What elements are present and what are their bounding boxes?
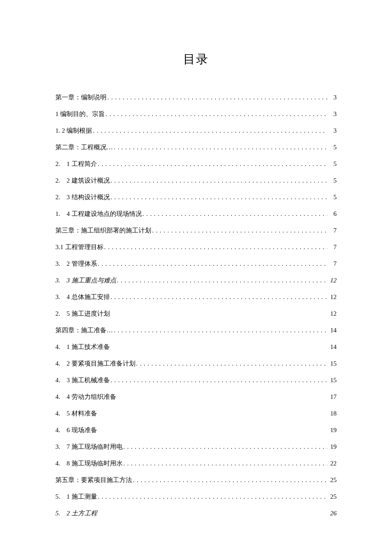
toc-item: 3. 2 管理体系. . . . . . . . . . . . . . . .… <box>55 259 337 268</box>
toc-label: 第一章：编制说明 <box>55 93 107 102</box>
toc-page-number: 12 <box>328 276 337 285</box>
toc-label: 3. 3 施工重点与难点 <box>55 276 116 285</box>
toc-page-number: 14 <box>328 343 337 352</box>
toc-page-number: 19 <box>328 426 337 435</box>
toc-page-number: 5 <box>328 160 337 169</box>
toc-item: 4. 6 现场准备. . . . . . . . . . . . . . . .… <box>55 426 337 435</box>
document-page: 目录 第一章：编制说明. . . . . . . . . . . . . . .… <box>0 0 392 555</box>
toc-dots: . . . . . . . . . . . . . . . . . . . . … <box>111 293 328 302</box>
toc-label: 4. 5 材料准备 <box>55 409 97 418</box>
toc-label: 2. 1 工程简介 <box>55 160 97 169</box>
toc-dots: . . . . . . . . . . . . . . . . . . . . … <box>98 260 328 268</box>
toc-page-number: 26 <box>328 509 337 518</box>
toc-label: 2. 2 建筑设计概况 <box>55 176 110 185</box>
toc-label: 2. 3 结构设计概况 <box>55 193 110 202</box>
toc-page-number: 15 <box>328 376 337 385</box>
toc-label: 1. 4 工程建设地点的现场情况 <box>55 209 142 218</box>
toc-label: 第二章：工程概况… <box>55 143 113 152</box>
toc-label: 第三章：施工组织部署的施工计划 <box>55 226 151 235</box>
toc-label: 第四章：施工准备… <box>55 326 113 335</box>
toc-label: 5. 2 土方工程 <box>55 509 97 518</box>
toc-page-number: 17 <box>328 392 337 401</box>
toc-item: 第三章：施工组织部署的施工计划. . . . . . . . . . . . .… <box>55 226 337 235</box>
toc-label: 4. 2 要紧项目施工准备计划 <box>55 359 135 368</box>
toc-label: 1 编制目的、宗旨 <box>55 110 105 119</box>
toc-dots: . . . . . . . . . . . . . . . . . . . . … <box>111 193 328 202</box>
toc-label: 第五章：要紧项目施工方法 <box>55 476 132 485</box>
toc-label: 4. 8 施工现场临时用水 <box>55 459 123 468</box>
toc-item: 3.1 工程管理目标. . . . . . . . . . . . . . . … <box>55 243 337 252</box>
toc-item: 2. 2 建筑设计概况. . . . . . . . . . . . . . .… <box>55 176 337 185</box>
toc-dots: . . . . . . . . . . . . . . . . . . . . … <box>114 326 327 335</box>
page-title: 目录 <box>55 51 337 67</box>
toc-page-number: 18 <box>328 409 337 418</box>
toc-item: 2. 1 工程简介. . . . . . . . . . . . . . . .… <box>55 160 337 169</box>
toc-page-number: 12 <box>328 293 337 302</box>
toc-item: 3. 7 施工现场临时用电. . . . . . . . . . . . . .… <box>55 442 337 451</box>
toc-item: 4. 3 施工机械准备. . . . . . . . . . . . . . .… <box>55 376 337 385</box>
toc-item: 2. 5 施工进度计划. . . . . . . . . . . . . . .… <box>55 309 337 318</box>
toc-dots: . . . . . . . . . . . . . . . . . . . . … <box>111 177 328 185</box>
toc-page-number: 22 <box>328 459 337 468</box>
toc-page-number: 19 <box>328 442 337 451</box>
toc-label: 4. 6 现场准备 <box>55 426 97 435</box>
toc-item: 第一章：编制说明. . . . . . . . . . . . . . . . … <box>55 93 337 102</box>
toc-item: 3. 4 总体施工安排. . . . . . . . . . . . . . .… <box>55 293 337 302</box>
toc-dots: . . . . . . . . . . . . . . . . . . . . … <box>114 143 327 152</box>
toc-dots: . . . . . . . . . . . . . . . . . . . . … <box>152 227 327 235</box>
toc-page-number: 6 <box>328 209 337 218</box>
toc-item: 4. 8 施工现场临时用水. . . . . . . . . . . . . .… <box>55 459 337 468</box>
toc-label: 3. 4 总体施工安排 <box>55 293 110 302</box>
toc-dots: . . . . . . . . . . . . . . . . . . . . … <box>104 243 328 252</box>
toc-dots: . . . . . . . . . . . . . . . . . . . . … <box>98 493 328 501</box>
toc-page-number: 5 <box>328 193 337 202</box>
toc-page-number: 15 <box>328 359 337 368</box>
toc-label: 3.1 工程管理目标 <box>55 243 104 252</box>
toc-page-number: 5 <box>328 176 337 185</box>
toc-item: 1. 2 编制根据. . . . . . . . . . . . . . . .… <box>55 126 337 135</box>
toc-page-number: 3 <box>328 93 337 102</box>
toc-item: 5. 2 土方工程. . . . . . . . . . . . . . . .… <box>55 509 337 518</box>
toc-label: 2. 5 施工进度计划 <box>55 309 110 318</box>
toc-dots: . . . . . . . . . . . . . . . . . . . . … <box>106 110 327 119</box>
toc-item: 4. 4 劳动力组织准备. . . . . . . . . . . . . . … <box>55 392 337 401</box>
toc-item: 1 编制目的、宗旨. . . . . . . . . . . . . . . .… <box>55 110 337 119</box>
toc-item: 4. 1 施工技术准备. . . . . . . . . . . . . . .… <box>55 343 337 352</box>
toc-list: 第一章：编制说明. . . . . . . . . . . . . . . . … <box>55 93 337 518</box>
toc-dots: . . . . . . . . . . . . . . . . . . . . … <box>124 443 328 451</box>
toc-dots: . . . . . . . . . . . . . . . . . . . . … <box>93 127 327 135</box>
toc-page-number: 7 <box>328 226 337 235</box>
toc-page-number: 3 <box>328 126 337 135</box>
toc-item: 4. 2 要紧项目施工准备计划. . . . . . . . . . . . .… <box>55 359 337 368</box>
toc-label: 4. 4 劳动力组织准备 <box>55 392 116 401</box>
toc-dots: . . . . . . . . . . . . . . . . . . . . … <box>133 476 327 485</box>
toc-page-number: 7 <box>328 259 337 268</box>
toc-page-number: 25 <box>328 476 337 485</box>
toc-dots: . . . . . . . . . . . . . . . . . . . . … <box>117 276 328 285</box>
toc-dots: . . . . . . . . . . . . . . . . . . . . … <box>98 160 328 169</box>
toc-page-number: 3 <box>328 110 337 119</box>
toc-item: 3. 3 施工重点与难点. . . . . . . . . . . . . . … <box>55 276 337 285</box>
toc-label: 5. 1 施工测量 <box>55 492 97 501</box>
toc-item: 4. 5 材料准备. . . . . . . . . . . . . . . .… <box>55 409 337 418</box>
toc-dots: . . . . . . . . . . . . . . . . . . . . … <box>124 459 328 468</box>
toc-page-number: 14 <box>328 326 337 335</box>
toc-page-number: 25 <box>328 492 337 501</box>
toc-item: 第五章：要紧项目施工方法. . . . . . . . . . . . . . … <box>55 476 337 485</box>
toc-dots: . . . . . . . . . . . . . . . . . . . . … <box>143 210 328 218</box>
toc-page-number: 7 <box>328 243 337 252</box>
toc-item: 1. 4 工程建设地点的现场情况. . . . . . . . . . . . … <box>55 209 337 218</box>
toc-label: 4. 1 施工技术准备 <box>55 343 110 352</box>
toc-item: 第二章：工程概况…. . . . . . . . . . . . . . . .… <box>55 143 337 152</box>
toc-dots: . . . . . . . . . . . . . . . . . . . . … <box>107 93 327 102</box>
toc-page-number: 5 <box>328 143 337 152</box>
toc-label: 4. 3 施工机械准备 <box>55 376 110 385</box>
toc-label: 1. 2 编制根据 <box>55 126 92 135</box>
toc-dots: . . . . . . . . . . . . . . . . . . . . … <box>111 376 328 385</box>
toc-label: 3. 2 管理体系 <box>55 259 97 268</box>
toc-page-number: 12 <box>328 309 337 318</box>
toc-item: 第四章：施工准备…. . . . . . . . . . . . . . . .… <box>55 326 337 335</box>
toc-item: 2. 3 结构设计概况. . . . . . . . . . . . . . .… <box>55 193 337 202</box>
toc-item: 5. 1 施工测量. . . . . . . . . . . . . . . .… <box>55 492 337 501</box>
toc-dots: . . . . . . . . . . . . . . . . . . . . … <box>136 360 328 368</box>
